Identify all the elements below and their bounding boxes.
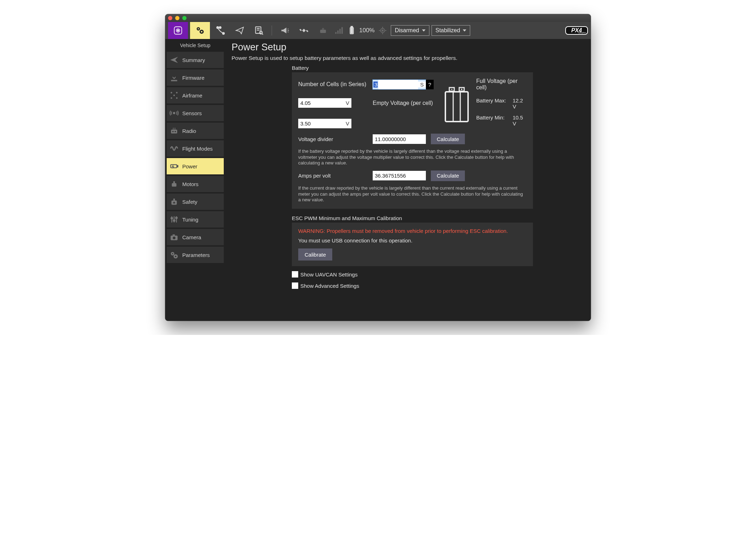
svg-rect-43: [177, 166, 178, 167]
svg-rect-19: [323, 28, 324, 30]
battery-stats: Battery Max: 12.2 V Battery Min: 10.5 V: [476, 95, 527, 131]
esc-warning: WARNING: Propellers must be removed from…: [298, 228, 527, 235]
full-voltage-value: 4.05: [298, 100, 344, 106]
fly-icon[interactable]: [231, 22, 248, 39]
svg-point-52: [176, 217, 177, 219]
full-voltage-input[interactable]: 4.05 V: [298, 98, 351, 108]
sidebar-item-label: Camera: [182, 234, 201, 240]
sidebar-item-radio[interactable]: Radio: [167, 123, 224, 139]
svg-rect-49: [173, 202, 176, 203]
sidebar-item-label: Summary: [182, 57, 205, 63]
close-window-icon[interactable]: [168, 16, 172, 20]
show-advanced-label: Show Advanced Settings: [300, 283, 359, 289]
page-subtitle: Power Setup is used to setup battery par…: [232, 55, 583, 61]
safety-icon: [169, 197, 179, 206]
sidebar-item-airframe[interactable]: Airframe: [167, 87, 224, 103]
sidebar-item-label: Safety: [182, 199, 198, 205]
svg-rect-30: [171, 81, 177, 82]
voltage-divider-calculate-button[interactable]: Calculate: [431, 134, 465, 144]
sidebar-item-safety[interactable]: Safety: [167, 194, 224, 210]
sidebar-item-camera[interactable]: Camera: [167, 229, 224, 245]
svg-point-5: [198, 28, 199, 30]
svg-point-59: [175, 256, 176, 257]
battery-graphic-icon: [441, 87, 473, 123]
sidebar-title: Vehicle Setup: [167, 41, 224, 50]
titlebar: [165, 14, 591, 22]
svg-rect-18: [322, 28, 323, 30]
svg-rect-45: [173, 181, 175, 183]
cells-value: 3: [373, 82, 378, 88]
chevron-down-icon: [463, 29, 466, 32]
empty-voltage-label: Empty Voltage (per cell): [373, 100, 437, 106]
radio-icon: [169, 126, 179, 135]
armed-label: Disarmed: [395, 27, 419, 34]
vehicle-setup-icon[interactable]: [190, 22, 210, 39]
amps-per-volt-calculate-button[interactable]: Calculate: [431, 170, 465, 181]
gps-target-icon[interactable]: [377, 22, 389, 39]
show-advanced-checkbox[interactable]: Show Advanced Settings: [292, 282, 583, 289]
sidebar-item-tuning[interactable]: Tuning: [167, 211, 224, 228]
amps-per-volt-value: 36.36751556: [373, 173, 426, 179]
svg-rect-47: [173, 198, 175, 200]
sidebar-item-parameters[interactable]: Parameters: [167, 247, 224, 263]
zoom-window-icon[interactable]: [182, 16, 187, 20]
svg-point-32: [176, 92, 177, 93]
signal-icon[interactable]: [334, 22, 344, 39]
cells-help-button[interactable]: ?: [426, 80, 434, 89]
empty-voltage-input[interactable]: 3.50 V: [298, 119, 351, 128]
sidebar-item-summary[interactable]: Summary: [167, 52, 224, 68]
battery-section-label: Battery: [292, 65, 583, 71]
svg-rect-42: [171, 165, 177, 168]
rc-icon[interactable]: [315, 22, 332, 39]
power-icon: [169, 162, 179, 171]
cells-input[interactable]: 3 S: [373, 80, 426, 89]
sidebar-item-flight-modes[interactable]: Flight Modes: [167, 140, 224, 157]
svg-point-31: [171, 92, 172, 93]
empty-voltage-value: 3.50: [298, 121, 344, 127]
satellite-icon[interactable]: [295, 22, 312, 39]
armed-combo[interactable]: Disarmed: [391, 25, 429, 36]
analyze-icon[interactable]: [250, 22, 267, 39]
svg-rect-26: [351, 28, 353, 33]
sidebar-item-label: Parameters: [182, 252, 210, 258]
motors-icon: [169, 179, 179, 189]
svg-rect-41: [175, 128, 176, 129]
svg-rect-15: [320, 30, 326, 33]
sidebar-item-power[interactable]: Power: [167, 158, 224, 174]
app-settings-icon[interactable]: [168, 22, 188, 39]
sidebar-item-label: Firmware: [182, 75, 205, 81]
amps-per-volt-input[interactable]: 36.36751556: [373, 171, 426, 180]
svg-rect-21: [337, 30, 339, 34]
chevron-down-icon: [422, 29, 426, 32]
toolbar: 100% Disarmed Stabilized PX4: [165, 22, 591, 39]
sidebar-item-motors[interactable]: Motors: [167, 176, 224, 192]
plane-icon: [169, 55, 179, 65]
esc-panel: WARNING: Propellers must be removed from…: [292, 223, 533, 266]
content: Power Setup Power Setup is used to setup…: [224, 39, 591, 321]
voltage-divider-input[interactable]: 11.00000000: [373, 134, 426, 144]
battery-percent: 100%: [359, 27, 374, 34]
svg-rect-14: [306, 30, 308, 32]
svg-rect-20: [335, 32, 337, 34]
voltage-divider-help: If the battery voltage reported by the v…: [298, 149, 527, 166]
sidebar-item-label: Power: [182, 163, 198, 169]
esc-calibrate-button[interactable]: Calibrate: [298, 248, 332, 261]
battery-max-label: Battery Max:: [476, 97, 508, 110]
sidebar-item-sensors[interactable]: Sensors: [167, 105, 224, 121]
sidebar: Vehicle Setup Summary Firmware Airframe …: [165, 39, 224, 321]
flight-modes-icon: [169, 144, 179, 153]
flight-mode-combo[interactable]: Stabilized: [432, 25, 470, 36]
announce-icon[interactable]: [276, 22, 293, 39]
svg-rect-22: [339, 29, 341, 34]
plan-icon[interactable]: [212, 22, 229, 39]
voltage-divider-value: 11.00000000: [373, 136, 426, 142]
flight-mode-label: Stabilized: [435, 27, 460, 34]
svg-rect-23: [341, 27, 343, 34]
minimize-window-icon[interactable]: [175, 16, 179, 20]
download-icon: [169, 73, 179, 82]
svg-point-51: [173, 220, 175, 222]
empty-voltage-unit: V: [344, 121, 351, 127]
svg-point-33: [171, 97, 172, 99]
show-uavcan-checkbox[interactable]: Show UAVCAN Settings: [292, 271, 583, 278]
sidebar-item-firmware[interactable]: Firmware: [167, 69, 224, 86]
